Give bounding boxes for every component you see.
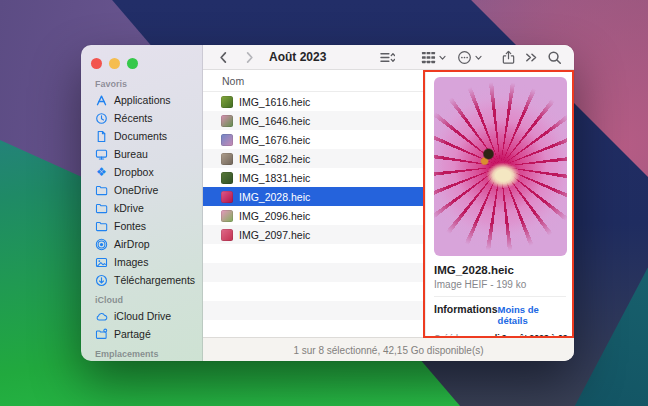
sidebar-item-label: Téléchargements — [114, 274, 195, 286]
sidebar-item-telechargements[interactable]: Téléchargements — [81, 271, 202, 289]
file-name: IMG_2028.heic — [239, 191, 310, 203]
sidebar-item-label: iCloud Drive — [114, 310, 171, 322]
download-icon — [95, 274, 108, 287]
sidebar-item-label: Bureau — [114, 148, 148, 160]
sidebar-item-applications[interactable]: Applications — [81, 91, 202, 109]
sidebar-item-dropbox[interactable]: ❖Dropbox — [81, 163, 202, 181]
status-bar: 1 sur 8 sélectionné, 42,15 Go disponible… — [203, 337, 574, 361]
sidebar-item-airdrop[interactable]: AirDrop — [81, 235, 202, 253]
file-thumbnail — [221, 134, 233, 146]
file-row-img-1831-heic[interactable]: IMG_1831.heic — [203, 168, 425, 187]
empty-row — [203, 263, 425, 282]
sidebar-item-label: Images — [114, 256, 148, 268]
airdrop-icon — [95, 238, 108, 251]
sidebar-item-label: Dropbox — [114, 166, 154, 178]
file-name: IMG_2096.heic — [239, 210, 310, 222]
less-details-link[interactable]: Moins de détails — [498, 304, 566, 326]
file-thumbnail — [221, 153, 233, 165]
content-area: Nom IMG_1616.heicIMG_1646.heicIMG_1676.h… — [203, 70, 574, 337]
preview-image — [434, 77, 567, 256]
file-row-img-1676-heic[interactable]: IMG_1676.heic — [203, 130, 425, 149]
file-name: IMG_2097.heic — [239, 229, 310, 241]
file-name: IMG_1646.heic — [239, 115, 310, 127]
preview-file-meta: Image HEIF - 199 ko — [434, 279, 566, 297]
zoom-button[interactable] — [127, 58, 138, 69]
sidebar-item-partage[interactable]: Partagé — [81, 325, 202, 343]
folder-icon — [95, 220, 108, 233]
window-title: Août 2023 — [269, 50, 326, 64]
file-thumbnail — [221, 172, 233, 184]
sidebar-item-label: kDrive — [114, 202, 144, 214]
file-row-img-1646-heic[interactable]: IMG_1646.heic — [203, 111, 425, 130]
sidebar-item-label: AirDrop — [114, 238, 150, 250]
folder-icon — [95, 184, 108, 197]
file-thumbnail — [221, 229, 233, 241]
file-row-img-1682-heic[interactable]: IMG_1682.heic — [203, 149, 425, 168]
document-icon — [95, 130, 108, 143]
applications-icon — [95, 94, 108, 107]
sidebar-item-label: Récents — [114, 112, 153, 124]
desktop-icon — [95, 148, 108, 161]
sidebar-item-images[interactable]: Images — [81, 253, 202, 271]
column-header-name[interactable]: Nom — [203, 70, 425, 92]
photo-icon — [95, 256, 108, 269]
empty-row — [203, 301, 425, 320]
sidebar-item-icloud-drive[interactable]: iCloud Drive — [81, 307, 202, 325]
informations-label: Informations — [434, 303, 498, 315]
file-list: Nom IMG_1616.heicIMG_1646.heicIMG_1676.h… — [203, 70, 425, 337]
sidebar-item-onedrive[interactable]: OneDrive — [81, 181, 202, 199]
double-chevron-icon[interactable] — [524, 50, 539, 65]
list-sort-icon[interactable] — [380, 50, 395, 65]
sidebar: FavorisApplicationsRécentsDocumentsBurea… — [81, 45, 203, 361]
sidebar-item-label: Partagé — [114, 328, 151, 340]
main-area: Août 2023 Nom IMG_1616.heicIMG_1646.heic… — [203, 45, 574, 361]
shared-folder-icon — [95, 328, 108, 341]
file-row-img-2097-heic[interactable]: IMG_2097.heic — [203, 225, 425, 244]
file-name: IMG_1831.heic — [239, 172, 310, 184]
finder-window: FavorisApplicationsRécentsDocumentsBurea… — [81, 45, 574, 361]
sidebar-item-label: OneDrive — [114, 184, 158, 196]
sidebar-section-label-favoris: Favoris — [95, 79, 202, 89]
sidebar-item-label: Applications — [114, 94, 171, 106]
chevron-down-icon[interactable] — [474, 50, 483, 65]
chevron-down-icon[interactable] — [438, 50, 447, 65]
folder-icon — [95, 202, 108, 215]
preview-file-name: IMG_2028.heic — [434, 264, 566, 276]
sidebar-item-documents[interactable]: Documents — [81, 127, 202, 145]
clock-icon — [95, 112, 108, 125]
share-icon[interactable] — [501, 50, 516, 65]
back-button[interactable] — [216, 50, 231, 65]
sidebar-item-recents[interactable]: Récents — [81, 109, 202, 127]
sidebar-item-kdrive[interactable]: kDrive — [81, 199, 202, 217]
preview-pane: IMG_2028.heic Image HEIF - 199 ko Inform… — [425, 70, 574, 337]
file-row-img-2028-heic[interactable]: IMG_2028.heic — [203, 187, 425, 206]
file-thumbnail — [221, 191, 233, 203]
toolbar: Août 2023 — [203, 45, 574, 70]
file-thumbnail — [221, 115, 233, 127]
sidebar-item-bureau[interactable]: Bureau — [81, 145, 202, 163]
cloud-icon — [95, 310, 108, 323]
dropbox-icon: ❖ — [95, 166, 108, 179]
empty-row — [203, 282, 425, 301]
file-name: IMG_1616.heic — [239, 96, 310, 108]
sidebar-item-label: Fontes — [114, 220, 146, 232]
traffic-lights — [81, 45, 202, 73]
minimize-button[interactable] — [109, 58, 120, 69]
close-button[interactable] — [91, 58, 102, 69]
sidebar-section-label-emplacements: Emplacements — [95, 349, 202, 359]
file-row-img-1616-heic[interactable]: IMG_1616.heic — [203, 92, 425, 111]
file-row-img-2096-heic[interactable]: IMG_2096.heic — [203, 206, 425, 225]
search-icon[interactable] — [547, 50, 562, 65]
empty-row — [203, 244, 425, 263]
sidebar-item-fontes[interactable]: Fontes — [81, 217, 202, 235]
more-options-icon[interactable] — [457, 50, 472, 65]
file-name: IMG_1682.heic — [239, 153, 310, 165]
file-thumbnail — [221, 96, 233, 108]
sidebar-item-label: Documents — [114, 130, 167, 142]
sidebar-section-label-icloud: iCloud — [95, 295, 202, 305]
file-thumbnail — [221, 210, 233, 222]
forward-button[interactable] — [242, 50, 257, 65]
file-name: IMG_1676.heic — [239, 134, 310, 146]
grid-view-icon[interactable] — [421, 50, 436, 65]
